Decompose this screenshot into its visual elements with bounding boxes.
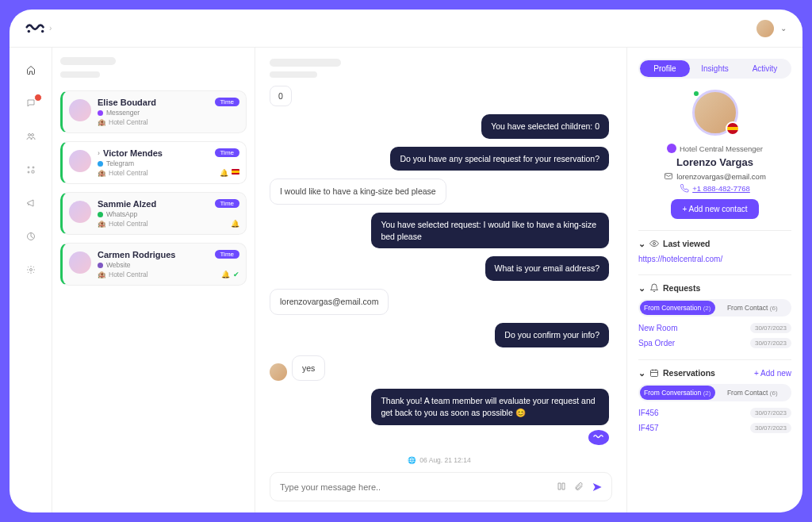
quick-replies-icon[interactable] (557, 480, 566, 494)
conversation-hotel: 🏨Hotel Central (98, 118, 238, 126)
list-subtitle-placeholder (60, 71, 100, 78)
add-contact-button[interactable]: + Add new contact (671, 199, 758, 219)
nav-apps[interactable] (23, 162, 39, 178)
profile-email: lorenzovargas@email.com (638, 171, 791, 181)
conversation-channel: Telegram (98, 159, 238, 167)
nav-campaigns[interactable] (23, 195, 39, 211)
request-date: 30/07/2023 (750, 338, 791, 348)
section-head-reservations[interactable]: ⌄Reservations (638, 368, 715, 378)
section-head-last-viewed[interactable]: ⌄Last viewed (638, 239, 791, 248)
svg-point-9 (29, 269, 32, 271)
current-user-avatar[interactable] (756, 20, 774, 37)
nav-contacts[interactable] (23, 129, 39, 144)
reservations-tab-contact[interactable]: From Contact (6) (715, 386, 791, 400)
channel-dot-icon (98, 161, 103, 167)
spain-flag-icon (232, 169, 239, 175)
conversation-list: Elise BoudardMessenger🏨Hotel CentralTime… (52, 48, 255, 512)
avatar (69, 201, 91, 223)
chevron-right-icon: › (98, 149, 100, 157)
svg-point-5 (33, 167, 34, 168)
nav-analytics[interactable] (23, 228, 39, 244)
profile-phone[interactable]: +1 888-482-7768 (638, 183, 791, 193)
globe-icon: 🌐 (408, 456, 416, 464)
time-badge: Time (215, 148, 239, 157)
requests-source-tabs: From Conversation (2) From Contact (6) (638, 299, 791, 317)
svg-rect-7 (32, 171, 34, 173)
section-head-requests[interactable]: ⌄Requests (638, 283, 791, 293)
conversation-card[interactable]: Elise BoudardMessenger🏨Hotel CentralTime (60, 90, 247, 133)
time-badge: Time (215, 250, 239, 259)
svg-rect-10 (665, 174, 672, 179)
reservation-date: 30/07/2023 (750, 423, 791, 433)
building-icon: 🏨 (98, 169, 106, 177)
online-status-dot (692, 90, 700, 98)
message-input[interactable] (280, 482, 549, 492)
conversation-card[interactable]: Sammie AlzedWhatsApp🏨Hotel CentralTime🔔 (60, 192, 247, 235)
tab-profile[interactable]: Profile (640, 60, 690, 77)
section-requests: ⌄Requests From Conversation (2) From Con… (638, 274, 791, 348)
last-viewed-link[interactable]: https://hotelcentral.com/ (638, 255, 791, 263)
chat-panel: 0You have selected children: 0Do you hav… (255, 48, 626, 512)
requests-tab-conversation[interactable]: From Conversation (2) (640, 301, 715, 315)
nav-settings[interactable] (23, 262, 39, 278)
attach-icon[interactable] (574, 480, 584, 494)
message-list: 0You have selected children: 0Do you hav… (270, 86, 612, 464)
chat-header-placeholder (270, 59, 612, 78)
chevron-down-icon: ⌄ (638, 239, 645, 248)
svg-point-6 (28, 171, 29, 173)
message-bubble-outgoing: You have selected request: I would like … (371, 213, 609, 248)
add-reservation-link[interactable]: + Add new (754, 369, 791, 378)
profile-channel: Hotel Central Messenger (638, 144, 791, 153)
chevron-down-icon: ⌄ (638, 368, 645, 378)
bot-badge-icon (588, 430, 609, 445)
conversation-card[interactable]: ›Victor MendesTelegram🏨Hotel CentralTime… (60, 141, 247, 184)
reservation-link[interactable]: IF457 (638, 424, 659, 432)
avatar (69, 150, 91, 172)
sender-avatar (270, 363, 287, 381)
request-row: Spa Order30/07/2023 (638, 338, 791, 348)
chat-timestamp: 🌐06 Aug. 21 12:14 (408, 456, 470, 464)
avatar (69, 99, 91, 121)
svg-point-2 (28, 134, 30, 136)
building-icon: 🏨 (98, 220, 106, 228)
tab-insights[interactable]: Insights (690, 60, 740, 77)
tab-activity[interactable]: Activity (740, 60, 790, 77)
list-title-placeholder (60, 57, 116, 65)
channel-dot-icon (98, 110, 103, 116)
time-badge: Time (215, 199, 239, 208)
message-input-bar: ➤ (270, 472, 612, 501)
requests-tab-contact[interactable]: From Contact (6) (715, 301, 791, 315)
svg-point-4 (28, 167, 29, 168)
chevron-down-icon: ⌄ (638, 283, 645, 293)
reservation-row: IF45630/07/2023 (638, 408, 791, 418)
request-link[interactable]: New Room (638, 324, 677, 332)
channel-dot-icon (98, 212, 103, 217)
sidebar-nav (10, 48, 52, 512)
bell-icon: 🔔 (220, 169, 228, 177)
reservation-link[interactable]: IF456 (638, 409, 659, 417)
message-bubble-outgoing: You have selected children: 0 (481, 114, 609, 139)
svg-point-0 (28, 29, 30, 32)
user-menu-chevron-icon[interactable]: ⌄ (780, 24, 787, 33)
nav-home[interactable] (23, 62, 39, 78)
app-frame: › ⌄ Elise BoudardMessenger🏨Hotel Central… (10, 10, 802, 512)
conversation-channel: Messenger (98, 109, 238, 117)
message-bubble-incoming: yes (292, 355, 325, 382)
checkmark-icon: ✔ (233, 271, 239, 278)
reservations-tab-conversation[interactable]: From Conversation (2) (640, 386, 715, 400)
svg-point-11 (653, 243, 656, 245)
topbar: › ⌄ (10, 10, 802, 48)
message-row: yes (270, 355, 325, 382)
reservations-source-tabs: From Conversation (2) From Contact (6) (638, 384, 791, 401)
request-row: New Room30/07/2023 (638, 323, 791, 333)
send-button[interactable]: ➤ (592, 479, 602, 494)
svg-point-3 (31, 134, 33, 136)
profile-panel: Profile Insights Activity Hotel Central … (626, 48, 802, 512)
nav-inbox[interactable] (23, 95, 39, 111)
profile-tabs: Profile Insights Activity (638, 59, 791, 79)
request-link[interactable]: Spa Order (638, 339, 675, 347)
building-icon: 🏨 (98, 271, 106, 278)
message-bubble-outgoing: Thank you! A team member will evaluate y… (371, 389, 609, 424)
message-bubble-incoming: I would like to have a king-size bed ple… (270, 178, 446, 205)
conversation-card[interactable]: Carmen RodriguesWebsite🏨Hotel CentralTim… (60, 243, 247, 286)
